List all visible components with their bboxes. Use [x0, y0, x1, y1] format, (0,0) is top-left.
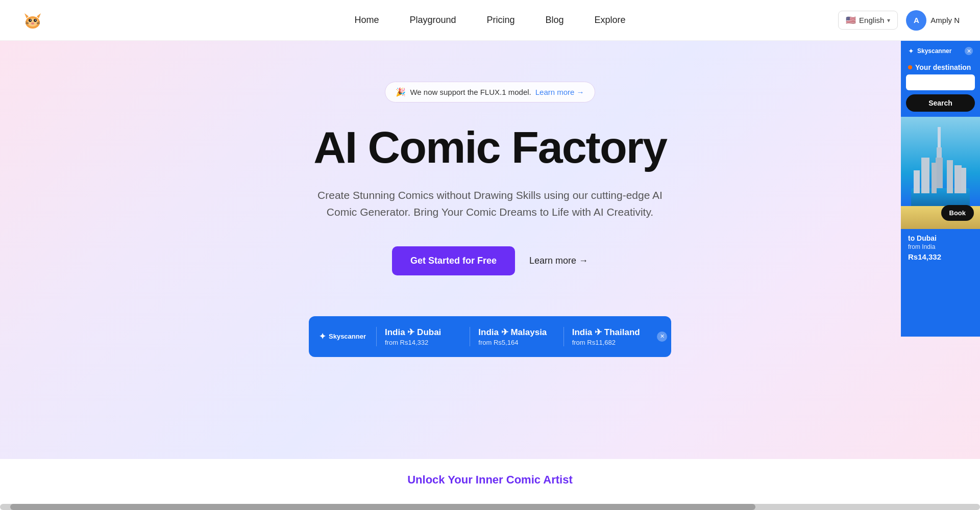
logo-area[interactable] [20, 8, 45, 33]
ad-flight-price-1: from Rs14,332 [385, 339, 461, 346]
ad-flight-route-3: India ✈ Thailand [572, 327, 649, 338]
cta-row: Get Started for Free Learn more → [392, 246, 588, 275]
ad-flight-malaysia[interactable]: India ✈ Malaysia from Rs5,164 [470, 327, 563, 346]
header-right: 🇺🇸 English ▾ A Amply N [838, 10, 960, 31]
nav-item-explore[interactable]: Explore [595, 15, 626, 26]
get-started-button[interactable]: Get Started for Free [392, 246, 515, 275]
sidebar-ad-from: from India [908, 243, 973, 250]
svg-marker-2 [37, 13, 41, 18]
sidebar-ad-price: Rs14,332 [908, 252, 973, 261]
svg-point-7 [35, 19, 36, 20]
user-area[interactable]: A Amply N [906, 10, 960, 31]
ad-flight-price-3: from Rs11,682 [572, 339, 649, 346]
nav-item-blog[interactable]: Blog [546, 15, 564, 26]
sidebar-skyscanner-star-icon: ✦ [908, 47, 914, 55]
svg-marker-1 [24, 13, 29, 18]
learn-more-button[interactable]: Learn more → [529, 256, 588, 266]
svg-rect-24 [961, 168, 966, 193]
svg-point-6 [30, 19, 31, 20]
ad-flights: India ✈ Dubai from Rs14,332 India ✈ Mala… [376, 327, 657, 346]
ad-banner-bottom: ✦ Skyscanner India ✈ Dubai from Rs14,332… [309, 316, 671, 357]
language-label: English [859, 16, 884, 24]
announcement-emoji: 🎉 [396, 87, 406, 97]
destination-input[interactable] [906, 74, 975, 90]
nav-item-pricing[interactable]: Pricing [487, 15, 515, 26]
announcement-text: We now support the FLUX.1 model. [410, 88, 531, 96]
page-title: AI Comic Factory [313, 123, 667, 172]
sidebar-ad-footer: to Dubai from India Rs14,332 [901, 229, 980, 266]
sidebar-ad-city-image: Book [901, 117, 980, 229]
hero-subtitle: Create Stunning Comics without Drawing S… [316, 187, 664, 221]
sidebar-ad: ✦ Skyscanner ✕ Your destination Search [901, 41, 980, 337]
ad-flight-route-1: India ✈ Dubai [385, 327, 461, 338]
skyscanner-star-icon: ✦ [319, 332, 326, 341]
svg-rect-18 [936, 158, 943, 188]
skyscanner-name: Skyscanner [329, 333, 366, 340]
ad-flight-dubai[interactable]: India ✈ Dubai from Rs14,332 [376, 327, 470, 346]
destination-dot-icon [908, 65, 912, 69]
svg-point-8 [31, 22, 34, 24]
ad-close-icon[interactable]: ✕ [657, 332, 667, 342]
horizontal-scrollbar[interactable] [0, 504, 980, 510]
sidebar-ad-close-icon[interactable]: ✕ [965, 47, 973, 55]
nav-item-home[interactable]: Home [354, 15, 379, 26]
nav-item-playground[interactable]: Playground [409, 15, 456, 26]
sidebar-ad-header: ✦ Skyscanner ✕ [901, 41, 980, 59]
svg-rect-22 [954, 165, 962, 193]
sidebar-destination-label: Your destination [901, 59, 980, 74]
svg-rect-20 [932, 163, 937, 193]
user-name: Amply N [930, 16, 960, 24]
skyscanner-logo: ✦ Skyscanner [309, 332, 376, 341]
sidebar-skyscanner-name: Skyscanner [917, 47, 951, 55]
sidebar-book-button[interactable]: Book [941, 205, 974, 221]
hero-section: 🎉 We now support the FLUX.1 model. Learn… [0, 41, 980, 459]
avatar: A [906, 10, 926, 31]
sidebar-search-button[interactable]: Search [906, 94, 975, 112]
ad-flight-price-2: from Rs5,164 [478, 339, 555, 346]
svg-rect-23 [914, 170, 920, 193]
main-nav: Home Playground Pricing Blog Explore [354, 15, 625, 26]
logo-icon [20, 8, 45, 33]
announcement-banner: 🎉 We now support the FLUX.1 model. Learn… [385, 82, 595, 103]
scrollbar-thumb[interactable] [10, 504, 755, 510]
svg-rect-19 [921, 158, 929, 193]
ad-flight-route-2: India ✈ Malaysia [478, 327, 555, 338]
header: Home Playground Pricing Blog Explore 🇺🇸 … [0, 0, 980, 41]
svg-rect-21 [947, 160, 953, 193]
language-selector[interactable]: 🇺🇸 English ▾ [838, 11, 898, 30]
announcement-link[interactable]: Learn more → [535, 88, 584, 96]
chevron-down-icon: ▾ [887, 17, 890, 24]
sidebar-ad-to: to Dubai [908, 234, 973, 242]
bottom-tagline: Unlock Your Inner Comic Artist [0, 459, 980, 487]
ad-flight-thailand[interactable]: India ✈ Thailand from Rs11,682 [564, 327, 657, 346]
flag-icon: 🇺🇸 [846, 15, 856, 25]
